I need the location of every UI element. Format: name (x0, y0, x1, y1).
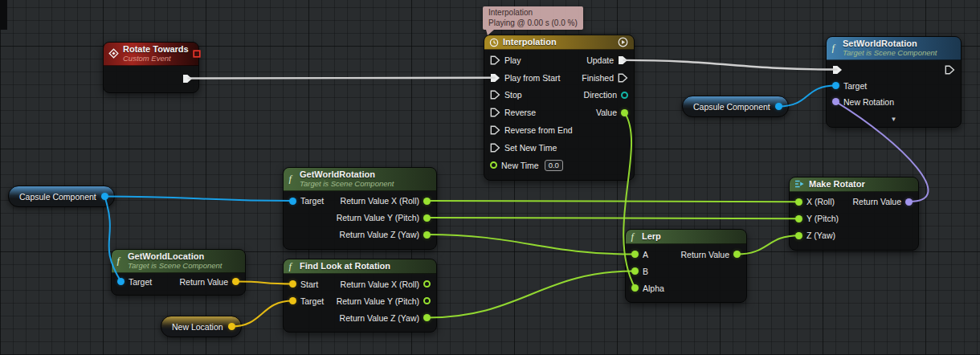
return-z-pin[interactable] (423, 314, 431, 321)
target-pin[interactable] (289, 297, 296, 304)
pin-label: A (643, 250, 648, 259)
wire (188, 78, 496, 79)
return-pin[interactable] (733, 251, 741, 258)
variable-name: Capsule Component (693, 102, 770, 112)
set-new-time-pin[interactable] (490, 143, 500, 153)
return-x-pin[interactable] (423, 198, 431, 205)
function-icon: f (288, 261, 296, 271)
pin-label: Reverse (504, 108, 536, 117)
pin-label: Return Value X (Roll) (341, 280, 419, 289)
direction-pin[interactable] (621, 92, 628, 99)
capsule-component-left-variable-node[interactable]: Capsule Component (8, 186, 115, 207)
play-from-start-pin[interactable] (490, 73, 500, 83)
start-pin[interactable] (289, 280, 296, 288)
float-pin-dot (631, 251, 639, 258)
capsule-component-right-variable-node[interactable]: Capsule Component (682, 96, 789, 117)
x-pin[interactable] (795, 198, 802, 206)
pin-label: Finished (582, 73, 614, 83)
value-pin[interactable] (621, 109, 628, 116)
lerp-node[interactable]: fLerpAReturn ValueBAlpha (625, 229, 747, 303)
wire (104, 197, 292, 202)
pin-label: Return Value X (Roll) (341, 196, 419, 206)
node-title: Interpolation (503, 37, 557, 47)
tooltip-status: Playing @ 0.00 s (0.0 %) (488, 18, 578, 28)
tooltip-title: Interpolation (488, 7, 578, 18)
stop-pin[interactable] (490, 90, 500, 100)
byte-pin-dot (621, 92, 628, 99)
make-rotator-node[interactable]: Make RotatorX (Roll)Return ValueY (Pitch… (789, 177, 919, 251)
exec-out-pin[interactable] (945, 65, 955, 75)
then-pin[interactable] (182, 74, 193, 84)
pin-label: Target (843, 81, 867, 91)
node-title: Make Rotator (809, 179, 865, 190)
interpolation-node[interactable]: InterpolationPlayUpdatePlay from StartFi… (484, 35, 635, 181)
node-title: Rotate Towards (123, 44, 189, 55)
rotator-pin-dot (832, 98, 839, 105)
play-pin[interactable] (490, 55, 500, 65)
make-struct-icon (794, 179, 805, 189)
pin-label: Z (Yaw) (806, 231, 835, 240)
pin-label: Return Value (852, 197, 901, 206)
pin-label: Return Value Y (Pitch) (337, 213, 419, 222)
function-icon: f (116, 255, 124, 266)
pin-label: Target (300, 296, 324, 306)
new-time-pin[interactable] (490, 161, 497, 169)
target-pin[interactable] (832, 82, 839, 89)
float-pin-dot (733, 251, 741, 258)
find-look-at-rotation-node[interactable]: fFind Look at RotationStartReturn Value … (283, 259, 437, 333)
wire (427, 201, 799, 202)
panel-corner (0, 0, 7, 30)
b-pin[interactable] (631, 267, 639, 275)
reverse-from-end-pin[interactable] (490, 125, 500, 135)
rotate-towards-node[interactable]: Rotate TowardsCustom Event (103, 42, 199, 93)
return-z-pin[interactable] (423, 231, 431, 239)
pin-label: Update (586, 55, 614, 65)
alpha-pin[interactable] (631, 284, 639, 292)
target-pin[interactable] (289, 198, 296, 205)
expand-pins-chevron-icon[interactable]: ▼ (827, 116, 961, 127)
vector-pin-dot (289, 280, 296, 288)
function-icon: f (631, 231, 638, 242)
exec-in-pin[interactable] (832, 65, 843, 75)
wire (427, 271, 635, 318)
pin-label: Target (129, 277, 152, 287)
pin-label: New Time (501, 161, 539, 170)
value-pin[interactable] (228, 323, 235, 330)
float-pin-dot (490, 161, 497, 169)
return-y-pin[interactable] (423, 214, 431, 222)
target-pin[interactable] (117, 278, 125, 285)
set-world-rotation-node[interactable]: fSetWorldRotationTarget is Scene Compone… (826, 36, 962, 128)
y-pin[interactable] (795, 215, 802, 222)
clock-icon (489, 38, 499, 47)
return-y-pin[interactable] (423, 297, 431, 304)
wire (427, 218, 799, 218)
get-world-rotation-node[interactable]: fGetWorldRotationTarget is Scene Compone… (283, 167, 437, 250)
get-world-location-node[interactable]: fGetWorldLocationTarget is Scene Compone… (111, 249, 246, 296)
new-rotation-pin[interactable] (832, 98, 839, 105)
a-pin[interactable] (631, 251, 639, 258)
pin-label: Start (300, 280, 318, 289)
blueprint-graph-canvas[interactable]: Interpolation Playing @ 0.00 s (0.0 %) R… (0, 0, 980, 355)
return-x-pin[interactable] (423, 280, 431, 288)
wire (427, 235, 635, 254)
pin-label: Return Value (179, 277, 228, 287)
z-pin[interactable] (795, 232, 802, 239)
object-pin-dot (101, 193, 108, 200)
node-title: Find Look at Rotation (300, 261, 390, 271)
new-time-value-input[interactable]: 0.0 (545, 160, 563, 171)
return-pin[interactable] (905, 198, 913, 206)
node-subtitle: Target is Scene Component (128, 262, 222, 271)
pin-label: New Rotation (843, 97, 894, 107)
node-title: GetWorldRotation (300, 169, 394, 180)
finished-pin[interactable] (618, 73, 628, 83)
new-location-variable-node[interactable]: New Location (161, 316, 242, 337)
update-pin[interactable] (618, 55, 628, 65)
return-pin[interactable] (232, 278, 239, 285)
svg-text:f: f (832, 43, 836, 53)
object-pin-dot (117, 278, 125, 285)
pin-label: X (Roll) (806, 197, 835, 206)
reverse-pin[interactable] (490, 108, 500, 117)
vector-pin-dot (232, 278, 239, 285)
value-pin[interactable] (101, 193, 108, 200)
value-pin[interactable] (775, 103, 782, 110)
